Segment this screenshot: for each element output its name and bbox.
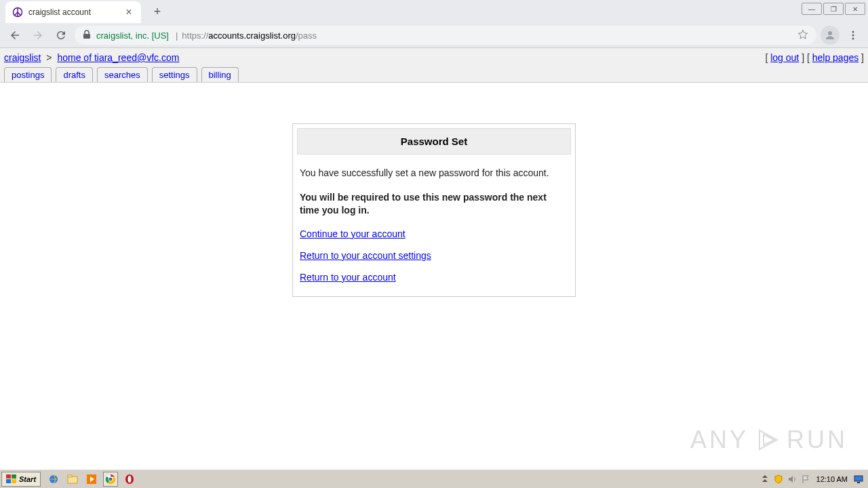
url-separator: | [176,30,178,41]
return-account-link[interactable]: Return to your account [300,272,568,283]
page-viewport: craigslist > home of tiara_reed@vfc.com … [0,48,868,470]
opera-icon[interactable] [122,472,137,487]
help-link[interactable]: help pages [812,52,859,63]
browser-chrome: — ❐ ✕ craigslist account × + craigslist,… [0,0,868,48]
header-links: [ log out ] [ help pages ] [765,52,864,63]
svg-rect-12 [12,479,16,483]
windows-flag-icon [6,474,17,484]
tab-postings[interactable]: postings [4,67,52,82]
tray-monitor-icon[interactable] [853,474,864,485]
logout-link[interactable]: log out [770,52,799,63]
svg-point-8 [852,38,854,40]
svg-rect-10 [12,474,16,479]
chrome-icon[interactable] [103,472,118,487]
url-security-label: craigslist, inc. [US] [96,30,169,41]
tab-searches[interactable]: searches [97,67,148,82]
breadcrumb-root-link[interactable]: craigslist [4,52,41,63]
breadcrumb-row: craigslist > home of tiara_reed@vfc.com … [4,52,864,67]
tab-billing[interactable]: billing [201,67,239,82]
return-settings-link[interactable]: Return to your account settings [300,250,568,261]
content-area: Password Set You have successfully set a… [0,83,868,297]
svg-point-22 [128,476,132,483]
continue-account-link[interactable]: Continue to your account [300,228,568,239]
svg-point-5 [828,31,832,35]
media-icon[interactable] [84,472,99,487]
system-tray: 12:10 AM [760,474,867,485]
url-protocol: https:// [182,30,208,41]
panel-message-2: You will be required to use this new pas… [300,191,568,218]
svg-rect-24 [857,482,860,483]
url-domain: accounts.craigslist.org [208,30,296,41]
maximize-button[interactable]: ❐ [823,3,844,15]
window-controls: — ❐ ✕ [802,3,865,15]
minimize-button[interactable]: — [802,3,822,15]
panel-title: Password Set [297,128,571,155]
url-path: /pass [296,30,317,41]
bookmark-star-icon[interactable] [797,29,808,42]
taskbar-clock[interactable]: 12:10 AM [814,475,850,483]
tray-shield-icon[interactable] [773,474,784,485]
forward-button[interactable] [28,26,47,45]
start-label: Start [19,475,36,483]
svg-rect-4 [83,34,90,39]
breadcrumb: craigslist > home of tiara_reed@vfc.com [4,52,179,63]
breadcrumb-sep: > [46,52,52,63]
tab-drafts[interactable]: drafts [56,67,93,82]
browser-tab[interactable]: craigslist account × [5,1,141,23]
start-button[interactable]: Start [1,472,41,487]
profile-button[interactable] [821,26,840,45]
tab-settings[interactable]: settings [152,67,197,82]
tray-flag-icon[interactable] [800,474,811,485]
new-tab-button[interactable]: + [148,2,167,21]
explorer-icon[interactable] [65,472,80,487]
password-panel: Password Set You have successfully set a… [292,123,576,297]
back-button[interactable] [5,26,24,45]
svg-rect-11 [6,479,11,483]
breadcrumb-home-link[interactable]: home of tiara_reed@vfc.com [57,52,179,63]
panel-message-1: You have successfully set a new password… [300,167,568,180]
taskbar: Start 12:10 AM [0,469,868,488]
tab-bar: craigslist account × + [0,0,868,23]
browser-toolbar: craigslist, inc. [US] | https://accounts… [0,23,868,47]
panel-body: You have successfully set a new password… [297,167,571,292]
tab-close-icon[interactable]: × [123,7,134,18]
address-bar[interactable]: craigslist, inc. [US] | https://accounts… [75,26,816,45]
peace-icon [12,7,23,18]
lock-icon [83,30,91,41]
close-button[interactable]: ✕ [845,3,865,15]
page-scroll[interactable]: craigslist > home of tiara_reed@vfc.com … [0,48,868,470]
svg-point-7 [852,35,854,37]
svg-rect-23 [854,476,863,481]
svg-rect-9 [6,474,11,479]
nav-tabs: postings drafts searches settings billin… [4,67,864,82]
svg-point-6 [852,31,854,33]
ie-icon[interactable] [46,472,61,487]
tab-title: craigslist account [28,7,123,17]
svg-rect-15 [68,475,72,477]
tray-expand-icon[interactable] [760,474,770,485]
tray-volume-icon[interactable] [787,474,797,485]
quick-launch [46,472,137,487]
page-header: craigslist > home of tiara_reed@vfc.com … [0,48,868,83]
reload-button[interactable] [52,26,71,45]
kebab-menu-icon[interactable] [844,26,863,45]
